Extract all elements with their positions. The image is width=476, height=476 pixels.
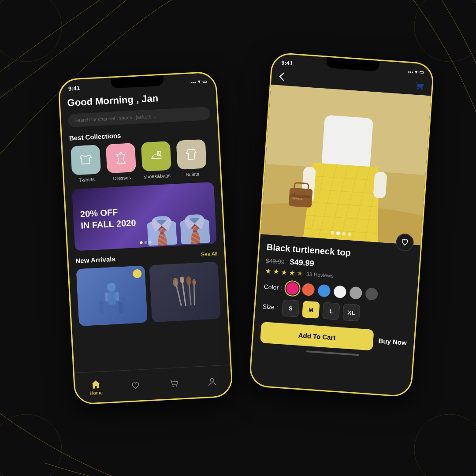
color-options [286,282,378,301]
arrival-card-2[interactable] [149,261,221,322]
svg-point-4 [120,152,122,154]
svg-point-7 [107,283,116,292]
star-1: ★ [265,267,271,275]
svg-point-25 [417,88,419,89]
color-label: Color : [264,283,282,291]
svg-rect-10 [115,292,119,301]
collections-row: T-shirts Dresses [70,139,213,183]
color-pink[interactable] [286,282,299,295]
arrivals-title: New Arrivals [75,255,115,265]
svg-rect-30 [321,115,373,171]
svg-rect-11 [99,301,104,314]
collections-title: Best Collections [69,132,121,142]
color-gray[interactable] [350,286,363,300]
add-to-cart-button[interactable]: Add To Cart [260,322,374,351]
action-row: Add To Cart Buy Now [260,322,408,353]
status-time-home: 9:41 [68,85,80,92]
nav-home[interactable]: Home [89,379,103,395]
size-m[interactable]: M [302,301,320,319]
size-section: Size : S M L XL [262,298,409,325]
review-count: 33 Reviews [306,271,334,279]
arrival-card-1[interactable] [76,265,148,326]
size-label: Size : [262,303,278,311]
color-orange[interactable] [302,283,315,296]
see-all-link[interactable]: See All [201,250,217,257]
svg-point-24 [210,378,213,382]
svg-rect-8 [108,291,116,305]
search-placeholder: Search for channel , shoes , jackets,... [74,113,156,123]
star-3: ★ [281,268,287,277]
phone-product: 9:41 ▪▪▪ ▾ ▭ [249,52,435,398]
svg-point-21 [192,279,196,285]
status-time-product: 9:41 [281,60,293,67]
size-l[interactable]: L [322,302,340,320]
product-image: NEWS 80. [260,85,431,245]
status-icons-product: ▪▪▪ ▾ ▭ [408,69,424,75]
collection-tshirts[interactable]: T-shirts [70,145,102,183]
collection-label-dresses: Dresses [113,175,131,181]
status-icons-home: ▪▪▪ ▾ ▭ [191,78,207,85]
phone-home: 9:41 ▪▪▪ ▾ ▭ Good Morning , Jan Search f… [58,71,233,405]
home-indicator [306,350,359,356]
cart-button[interactable] [413,81,425,94]
size-options: S M L XL [282,299,360,321]
collection-dresses[interactable]: Dresses [105,143,138,182]
greeting-text: Good Morning , Jan [67,90,209,109]
promo-banner[interactable]: 20% OFF IN FALL 2020 👔👔 [72,182,217,251]
banner-persons: 👔👔 [145,212,212,247]
nav-cart[interactable] [169,378,179,388]
svg-rect-9 [104,293,108,301]
svg-rect-13 [119,302,123,313]
color-white[interactable] [334,285,347,298]
star-2: ★ [273,267,279,276]
color-blue[interactable] [318,284,331,298]
star-4: ★ [288,268,295,277]
collection-label-shoes: shoes&bags [144,173,171,179]
nav-wishlist[interactable] [130,380,141,390]
svg-point-19 [186,276,192,286]
svg-point-17 [180,276,185,284]
product-detail-panel: Black turtleneck top $49.99 $49.99 ★ ★ ★… [252,234,420,367]
buy-now-button[interactable]: Buy Now [378,337,407,346]
svg-point-23 [176,385,177,387]
svg-point-15 [173,278,178,287]
collection-suiets[interactable]: Suiets [175,139,208,178]
price-old: $49.99 [265,257,285,265]
arrivals-row [76,261,220,326]
svg-point-22 [172,385,174,387]
collection-label-tshirts: T-shirts [79,177,95,183]
phones-container: 9:41 ▪▪▪ ▾ ▭ Good Morning , Jan Search f… [40,40,436,436]
size-xl[interactable]: XL [342,304,361,322]
collection-label-suiets: Suiets [186,171,199,177]
nav-profile[interactable] [207,376,217,386]
collection-shoes[interactable]: shoes&bags [140,141,173,180]
phone1-content: Good Morning , Jan Search for channel , … [60,86,232,398]
search-bar[interactable]: Search for channel , shoes , jackets,... [68,107,210,127]
size-s[interactable]: S [282,299,300,317]
back-button[interactable] [278,71,285,84]
svg-point-26 [421,88,423,90]
nav-home-label: Home [89,390,103,396]
arrival-image-2 [149,261,221,322]
svg-rect-48 [373,171,387,199]
price-new: $49.99 [290,257,314,268]
star-5-half: ★ [296,269,303,278]
banner-text: 20% OFF IN FALL 2020 [80,205,136,231]
color-dark[interactable] [365,287,378,301]
